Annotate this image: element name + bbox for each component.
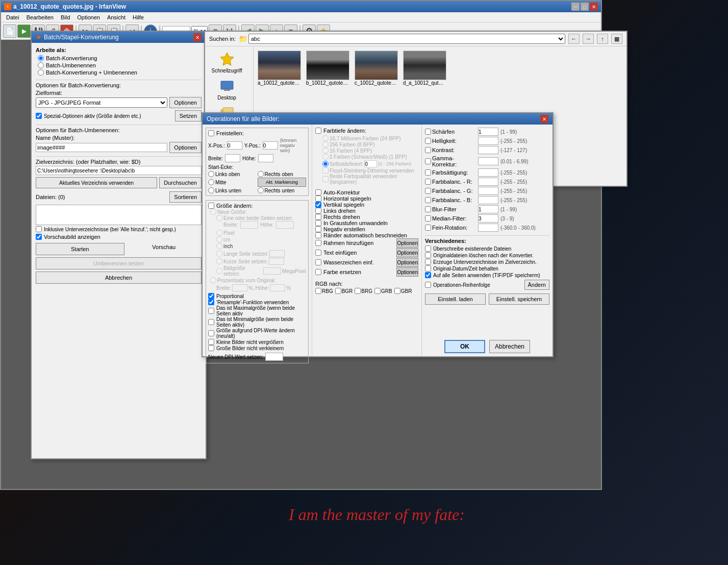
breite-input[interactable] (225, 154, 240, 162)
radio-batch-konv-umben[interactable]: Batch-Konvertierung + Umbenennen (38, 69, 199, 76)
setzen-btn[interactable]: Setzen (175, 110, 202, 121)
gamma-input[interactable] (478, 157, 498, 165)
xpos-input[interactable] (227, 141, 242, 150)
blur-checkbox[interactable]: Blur-Filter (425, 206, 476, 212)
farbbG-checkbox[interactable]: Farbbalanc. - G: (425, 188, 476, 194)
inch-radio[interactable]: inch (216, 243, 306, 249)
aendern-btn[interactable]: Ändern (524, 280, 549, 290)
farbbR-input[interactable] (478, 178, 498, 186)
groesse-checkbox[interactable]: Größe ändern: (208, 203, 306, 209)
farbe-ersetzen-checkbox[interactable]: Farbe ersetzen (315, 269, 394, 275)
spezial-checkbox[interactable]: Spezial-Optionen aktiv (Größe ändern etc… (36, 113, 141, 119)
menu-datei[interactable]: Datei (3, 14, 22, 21)
path-select[interactable]: abc (248, 34, 565, 44)
kontrast-checkbox[interactable]: Kontrast: (425, 147, 476, 153)
kleine-checkbox[interactable]: Kleine Bilder nicht vergrößern (208, 339, 306, 345)
menu-bild[interactable]: Bild (58, 14, 73, 21)
aktuelles-btn[interactable]: Aktuelles Verzeichnis verwenden (36, 177, 157, 188)
vertikal-checkbox[interactable]: Vertikal spiegeln (315, 202, 418, 208)
fb-forward-btn[interactable]: → (583, 34, 594, 44)
median-input[interactable] (478, 214, 498, 223)
fb-up-btn[interactable]: ↑ (597, 34, 608, 44)
fein-checkbox[interactable]: Fein-Rotation: (425, 225, 476, 231)
original-datum-checkbox[interactable]: Original-Datum/Zeit behalten (425, 265, 549, 272)
ops-reihenfolge-checkbox[interactable]: Operationen-Reihenfolge (425, 282, 521, 288)
optionen2-btn[interactable]: Optionen (169, 142, 202, 153)
rechts-drehen-checkbox[interactable]: Rechts drehen (315, 214, 418, 220)
durchsuchen-btn[interactable]: Durchsuchen (159, 177, 202, 188)
freistellen-checkbox[interactable]: Freistellen: (208, 130, 306, 136)
kontrast-input[interactable] (478, 146, 498, 154)
tb-new[interactable]: 📄 (3, 24, 16, 38)
optionen-text-btn[interactable]: Optionen (396, 248, 418, 257)
umbenennen-btn[interactable]: Umbenennen testen (36, 257, 202, 269)
blur-input[interactable] (478, 205, 498, 213)
helligkeit-input[interactable] (478, 137, 498, 145)
menu-hilfe[interactable]: Hilfe (130, 14, 147, 21)
schaerfen-input[interactable] (478, 128, 498, 136)
tb-open[interactable]: ▶ (17, 24, 31, 38)
cancel-btn[interactable]: Abbrechen (489, 340, 530, 353)
mitte-radio[interactable]: Mitte (208, 178, 257, 187)
farbbB-input[interactable] (478, 196, 498, 204)
ueberschreibe-checkbox[interactable]: Überschreibe existierende Dateien (425, 245, 549, 252)
links-drehen-checkbox[interactable]: Links drehen (315, 208, 418, 214)
muster-input[interactable] (36, 143, 167, 152)
ops-close-btn[interactable]: ✕ (540, 115, 548, 123)
fb-back-btn[interactable]: ← (568, 34, 580, 44)
vorschaubild-checkbox[interactable]: Vorschaubild anzeigen (36, 234, 202, 240)
farbtiefe-checkbox[interactable]: Farbtiefe ändern: (315, 128, 418, 134)
rechts-unten-radio[interactable]: Rechts unten (258, 187, 307, 193)
ok-btn[interactable]: OK (444, 340, 485, 353)
close-btn[interactable]: ✕ (590, 3, 598, 11)
farbbG-input[interactable] (478, 187, 498, 195)
inklusive-checkbox[interactable]: Inklusive Unterverzeichnisse (bei 'Alle … (36, 226, 202, 232)
sortieren-btn[interactable]: Sortieren (169, 191, 202, 203)
neuer-dpi-input[interactable] (265, 353, 283, 361)
farbbB-checkbox[interactable]: Farbbalanc. - B: (425, 197, 476, 203)
fb-view-btn[interactable]: ▦ (611, 34, 622, 44)
einstell-laden-btn[interactable]: Einstell. laden (425, 293, 486, 305)
einstell-speichern-btn[interactable]: Einstell. speichern (489, 293, 549, 305)
ziel-path-input[interactable] (36, 166, 202, 175)
neue-groesse-radio[interactable]: Neue Größe: (210, 209, 306, 215)
auto-checkbox[interactable]: Auto-Korrektur (315, 189, 418, 195)
floyd-checkbox[interactable]: Floyd-Steinberg-Dithering verwenden (322, 167, 418, 174)
dpi-checkbox[interactable]: Größe aufgrund DPI-Werte ändern (neu/alt… (208, 328, 306, 339)
brg-checkbox[interactable]: BRG (355, 288, 372, 294)
farbe3-radio[interactable]: 16 Farben (4 BPP) (322, 148, 418, 154)
menu-optionen[interactable]: Optionen (74, 14, 103, 21)
grosse-checkbox[interactable]: Große Bilder nicht verkleinern (208, 345, 306, 351)
radio-batch-konv[interactable]: Batch-Konvertierung (38, 55, 199, 61)
sidebar-schnellzugriff[interactable]: Schnellzugriff (205, 48, 248, 76)
saettigung-checkbox[interactable]: Farbsättigung: (425, 169, 476, 176)
maximize-btn[interactable]: □ (581, 3, 589, 11)
bgr-checkbox[interactable]: BGR (335, 288, 353, 294)
hoehe-input[interactable] (258, 154, 273, 162)
saettigung-input[interactable] (478, 168, 498, 177)
menu-bearbeiten[interactable]: Bearbeiten (23, 14, 57, 21)
rbg-checkbox[interactable]: RBG (315, 288, 333, 294)
farbe1-radio[interactable]: 16,7 Millionen Farben (24 BPP) (322, 135, 418, 141)
minimal-checkbox[interactable]: Das ist Minimalgröße (wenn beide Seiten … (208, 316, 306, 328)
gamma-checkbox[interactable]: Gamma-Korrektur: (425, 155, 476, 167)
raender-checkbox[interactable]: Ränder automatisch beschneiden (315, 232, 418, 238)
akt-markierung-btn[interactable]: Akt. Markierung (258, 178, 307, 187)
radio-batch-umben[interactable]: Batch-Umbenennen (38, 62, 199, 68)
farbbR-checkbox[interactable]: Farbbalanc. - R: (425, 179, 476, 185)
alle-seiten-checkbox[interactable]: Auf alle Seiten anwenden (TIF/PDF speich… (425, 272, 549, 278)
horizontal-checkbox[interactable]: Horizontal spiegeln (315, 195, 418, 202)
pixel-radio[interactable]: Pixel (216, 230, 306, 236)
menu-ansicht[interactable]: Ansicht (104, 14, 129, 21)
cm-radio[interactable]: cm (216, 236, 306, 242)
farbe4-radio[interactable]: 2 Farben (Schwarz/Weiß) (1 BPP) (322, 154, 418, 160)
sidebar-desktop[interactable]: Desktop (205, 76, 248, 103)
optionen-farbe-btn[interactable]: Optionen (396, 267, 418, 277)
eine-beide-radio[interactable]: Eine oder beide Seiten setzen: (216, 215, 306, 221)
ypos-input[interactable] (263, 141, 278, 150)
optionen-format-btn[interactable]: Optionen (169, 97, 202, 108)
optionen-rahmen-btn[interactable]: Optionen (396, 238, 418, 248)
schaerfen-checkbox[interactable]: Schärfen (425, 129, 476, 135)
negativ-checkbox[interactable]: Negativ erstellen (315, 226, 418, 232)
links-unten-radio[interactable]: Links unten (208, 187, 257, 193)
